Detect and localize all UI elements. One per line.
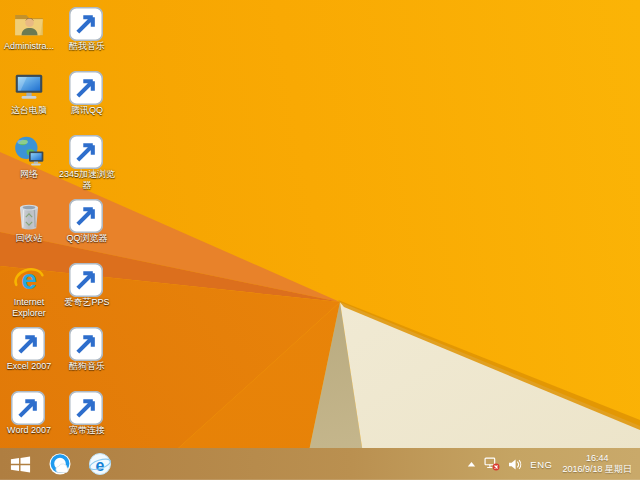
network-globe-icon [12,134,46,168]
desktop-icon-kugou-music[interactable]: K 酷狗音乐 [56,326,118,390]
shortcut-arrow-icon [69,391,103,425]
icon-label: 酷我音乐 [69,41,105,52]
2345-browser-taskbar-icon: e [88,452,112,476]
clock[interactable]: 16:44 2016/9/18 星期日 [560,453,634,475]
icon-label: 宽带连接 [69,425,105,436]
icon-label: Administra... [4,41,54,52]
qq-browser-taskbar-icon [48,452,72,476]
icon-label: 腾讯QQ [71,105,103,116]
computer-icon [12,70,46,104]
icon-label: 爱奇艺PPS [64,297,109,308]
icon-label: Excel 2007 [7,361,52,372]
shortcut-arrow-icon [11,391,45,425]
recycle-bin-icon [12,198,46,232]
up-arrow-icon [467,461,476,468]
network-disconnected-icon [484,457,500,471]
network-status-button[interactable] [484,457,500,471]
shortcut-arrow-icon [69,71,103,105]
shortcut-arrow-icon [69,327,103,361]
show-hidden-icons-button[interactable] [467,461,476,468]
taskbar-qq-browser-button[interactable] [40,448,80,480]
desktop-icon-tencent-qq[interactable]: 腾讯QQ [56,70,118,134]
tray-time: 16:44 [586,453,609,464]
tray-date: 2016/9/18 星期日 [562,464,632,475]
speaker-icon [508,458,522,471]
icon-label: 网络 [20,169,38,180]
internet-explorer-icon: e [12,262,46,296]
icon-label: Internet Explorer [2,297,56,319]
taskbar: e [0,448,640,480]
icon-label: QQ浏览器 [66,233,107,244]
start-button[interactable] [0,448,40,480]
desktop-icon-internet-explorer[interactable]: e Internet Explorer [2,262,56,326]
desktop-icon-recycle-bin[interactable]: 回收站 [2,198,56,262]
system-tray: ENG 16:44 2016/9/18 星期日 [467,453,640,475]
desktop-icon-administrator[interactable]: Administra... [2,6,56,70]
desktop-icon-word-2007[interactable]: W Word 2007 [2,390,56,454]
desktop-icon-iqiyi-pps[interactable]: iQIYI 爱奇艺PPS [56,262,118,326]
desktop-icon-qq-browser[interactable]: QQ浏览器 [56,198,118,262]
shortcut-arrow-icon [11,327,45,361]
windows-logo-icon [9,453,32,476]
icon-label: Word 2007 [7,425,51,436]
desktop-icon-this-pc[interactable]: 这台电脑 [2,70,56,134]
desktop-icon-kuwo-music[interactable]: K 酷我音乐 [56,6,118,70]
shortcut-arrow-icon [69,263,103,297]
volume-button[interactable] [508,458,522,471]
icon-label: 酷狗音乐 [69,361,105,372]
icon-label: 回收站 [16,233,43,244]
desktop: Administra... 这台电脑 [0,0,640,480]
icon-label: 2345加速浏览器 [57,169,117,191]
language-indicator[interactable]: ENG [530,459,552,470]
desktop-icon-2345-browser[interactable]: e 2345加速浏览器 [56,134,118,198]
desktop-icon-broadband-connection[interactable]: 宽带连接 [56,390,118,454]
taskbar-2345-browser-button[interactable]: e [80,448,120,480]
shortcut-arrow-icon [69,7,103,41]
desktop-icon-grid: Administra... 这台电脑 [2,6,118,454]
desktop-icon-excel-2007[interactable]: X Excel 2007 [2,326,56,390]
user-folder-icon [12,6,46,40]
desktop-icon-network[interactable]: 网络 [2,134,56,198]
icon-label: 这台电脑 [11,105,47,116]
shortcut-arrow-icon [69,199,103,233]
shortcut-arrow-icon [69,135,103,169]
